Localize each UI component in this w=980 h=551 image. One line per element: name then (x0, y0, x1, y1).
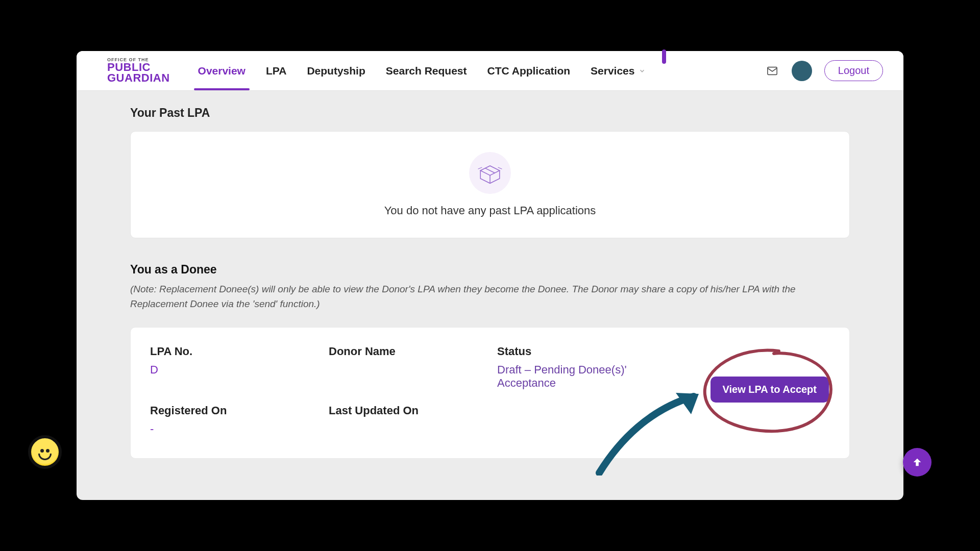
nav-deputyship[interactable]: Deputyship (307, 51, 365, 90)
nav-services[interactable]: Services (591, 51, 646, 90)
feedback-smiley-button[interactable] (28, 435, 62, 469)
navbar: OFFICE OF THE PUBLIC GUARDIAN Overview L… (77, 51, 903, 91)
past-lpa-empty-card: You do not have any past LPA application… (130, 131, 850, 238)
brand-line2: GUARDIAN (107, 73, 170, 84)
past-lpa-empty-text: You do not have any past LPA application… (141, 204, 839, 217)
nav-right: Logout (765, 60, 883, 81)
donee-section-title: You as a Donee (130, 263, 850, 277)
donee-section-note: (Note: Replacement Donee(s) will only be… (130, 282, 824, 312)
registered-on-value: - (150, 422, 329, 436)
field-lpa-no: LPA No. D (150, 345, 329, 390)
donor-name-label: Donor Name (329, 345, 497, 358)
field-status: Status Draft – Pending Donee(s)' Accepta… (497, 345, 686, 390)
status-value: Draft – Pending Donee(s)' Acceptance (497, 363, 686, 390)
view-lpa-to-accept-button[interactable]: View LPA to Accept (710, 377, 829, 403)
arrow-up-icon (912, 457, 923, 468)
avatar[interactable] (792, 61, 812, 81)
donee-card: LPA No. D Donor Name Status Draft – Pend… (130, 327, 850, 459)
registered-on-label: Registered On (150, 404, 329, 417)
status-label: Status (497, 345, 686, 358)
field-last-updated-on: Last Updated On (329, 404, 497, 436)
past-lpa-title: Your Past LPA (130, 106, 850, 120)
scroll-to-top-button[interactable] (903, 448, 932, 477)
last-updated-on-label: Last Updated On (329, 404, 497, 417)
chevron-down-icon (639, 65, 646, 77)
nav-lpa[interactable]: LPA (266, 51, 286, 90)
nav-ctc-application[interactable]: CTC Application (487, 51, 571, 90)
nav-overview[interactable]: Overview (198, 51, 246, 90)
main-content: Your Past LPA You do not have any past L… (77, 91, 903, 459)
nav-search-request[interactable]: Search Request (386, 51, 467, 90)
mail-icon[interactable] (765, 65, 779, 77)
app-window: OFFICE OF THE PUBLIC GUARDIAN Overview L… (77, 51, 903, 500)
nav-services-label: Services (591, 65, 634, 77)
field-donor-name: Donor Name (329, 345, 497, 390)
brand-logo[interactable]: OFFICE OF THE PUBLIC GUARDIAN (107, 58, 170, 83)
empty-box-icon (469, 152, 511, 194)
nav-items: Overview LPA Deputyship Search Request C… (198, 51, 646, 90)
logout-button[interactable]: Logout (824, 60, 883, 81)
lpa-no-value: D (150, 363, 329, 377)
notification-indicator (662, 49, 666, 64)
lpa-no-label: LPA No. (150, 345, 329, 358)
field-registered-on: Registered On - (150, 404, 329, 436)
